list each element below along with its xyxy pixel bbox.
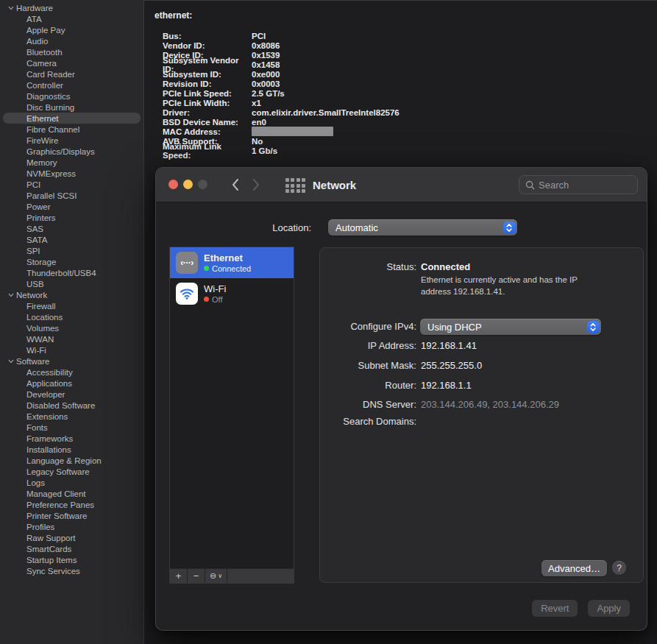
sidebar-item[interactable]: SPI [3,245,141,256]
advanced-button[interactable]: Advanced… [541,560,607,576]
revert-button[interactable]: Revert [532,600,578,617]
sidebar-item-label: Legacy Software [26,467,90,476]
sidebar-item[interactable]: WWAN [3,333,141,344]
close-button[interactable] [168,180,178,189]
sidebar-item[interactable]: Language & Region [3,455,141,466]
sidebar-item[interactable]: Disc Burning [3,102,141,113]
sidebar-item[interactable]: Hardware [3,2,141,13]
minimize-button[interactable] [183,180,193,189]
zoom-button[interactable] [198,180,207,189]
back-button[interactable] [227,176,244,194]
sidebar-item[interactable]: Fibre Channel [3,124,141,135]
sidebar-item[interactable]: Profiles [3,521,141,532]
ethernet-icon: ‹···› [176,252,198,274]
sidebar-item-label: Power [26,202,51,211]
sidebar-item[interactable]: Preference Panes [3,499,141,510]
sidebar-item[interactable]: Graphics/Displays [3,146,141,157]
system-info-sidebar: Hardware ATA Apple Pay Audio Bluetooth [0,0,143,644]
sidebar-item[interactable]: Managed Client [3,488,141,499]
sidebar-item[interactable]: Controller [3,79,141,91]
sidebar-item[interactable]: NVMExpress [3,168,141,179]
connection-name: Wi-Fi [204,284,226,294]
info-row-value: PCI [252,32,266,40]
sidebar-item[interactable]: Memory [3,157,141,168]
redacted-value-box [252,127,333,136]
sidebar-item[interactable]: SmartCards [3,543,141,554]
sidebar-item[interactable]: Locations [3,311,141,322]
configure-ipv4-popup[interactable]: Using DHCP [420,319,601,335]
sidebar-item-label: Installations [26,445,71,454]
connection-row-wifi[interactable]: Wi-Fi Off [170,278,294,309]
sidebar-item[interactable]: Thunderbolt/USB4 [3,267,141,278]
sidebar-item[interactable]: Bluetooth [3,46,141,57]
sidebar-item[interactable]: Fonts [3,422,141,433]
add-connection-button[interactable]: + [170,569,188,583]
sidebar-item-label: Logs [26,478,45,487]
search-field[interactable] [519,175,638,194]
sidebar-item[interactable]: Software [3,355,141,367]
sidebar-item[interactable]: Apple Pay [3,24,141,35]
sidebar-item[interactable]: ATA [3,13,141,24]
sidebar-item[interactable]: Audio [3,35,141,46]
sidebar-item[interactable]: Developer [3,389,141,400]
sidebar-item-label: Apple Pay [26,26,65,35]
configure-ipv4-value: Using DHCP [427,322,482,333]
sidebar-item[interactable]: Volumes [3,322,141,333]
search-input[interactable] [539,180,631,191]
sidebar-item[interactable]: Firewall [3,300,141,311]
info-row-label: Vendor ID: [163,41,252,50]
sidebar-item[interactable]: Frameworks [3,433,141,444]
sidebar-item[interactable]: Camera [3,57,141,68]
sidebar-item[interactable]: Disabled Software [3,400,141,411]
sidebar-item[interactable]: SAS [3,223,141,234]
sidebar-item[interactable]: Parallel SCSI [3,190,141,201]
titlebar[interactable]: Network [156,168,647,202]
sidebar-item[interactable]: Sync Services [3,565,141,576]
sidebar-item[interactable]: Printer Software [3,510,141,521]
info-row-label: PCIe Link Width: [163,99,252,107]
sidebar-item-label: Camera [26,59,57,68]
info-row-label: Revision ID: [163,79,252,88]
sidebar-item[interactable]: Diagnostics [3,91,141,102]
chevron-down-icon: ∨ [218,573,222,579]
forward-button[interactable] [247,176,265,194]
sidebar-item[interactable]: SATA [3,234,141,245]
sidebar-item[interactable]: Accessibility [3,367,141,378]
location-popup[interactable]: Automatic [328,219,517,236]
sidebar-item[interactable]: Startup Items [3,554,141,565]
sidebar-item-label: NVMExpress [26,169,76,178]
search-domains-label: Search Domains: [320,416,416,427]
sidebar-item[interactable]: Power [3,201,141,212]
sidebar-item-label: Diagnostics [26,92,70,101]
remove-connection-button[interactable]: − [188,569,205,583]
chevron-down-icon [6,358,16,364]
sidebar-list: Hardware ATA Apple Pay Audio Bluetooth [0,2,143,576]
sidebar-item[interactable]: Installations [3,444,141,455]
sidebar-item-label: SAS [26,224,43,233]
connection-row-ethernet[interactable]: ‹···› Ethernet Connected [170,247,294,278]
info-row-value: 0x8086 [252,41,280,50]
sidebar-item[interactable]: Extensions [3,411,141,422]
apply-button[interactable]: Apply [588,600,630,617]
sidebar-item[interactable]: Storage [3,256,141,267]
status-description: Ethernet is currently active and has the… [421,275,601,297]
sidebar-item[interactable]: PCI [3,179,141,190]
sidebar-item[interactable]: Legacy Software [3,466,141,477]
sidebar-item[interactable]: USB [3,278,141,289]
action-menu-button[interactable]: ⊖∨ [205,569,227,583]
dns-server-value: 203.144.206.49, 203.144.206.29 [421,399,559,410]
sidebar-item[interactable]: Logs [3,477,141,488]
sidebar-item[interactable]: Network [3,289,141,300]
sidebar-item[interactable]: Printers [3,212,141,223]
sidebar-item[interactable]: Ethernet [3,113,141,124]
sidebar-item[interactable]: Card Reader [3,68,141,79]
sidebar-item[interactable]: Applications [3,378,141,389]
sidebar-item-label: Startup Items [26,556,77,565]
sidebar-item[interactable]: FireWire [3,135,141,146]
show-all-grid-icon[interactable] [285,178,305,193]
help-button[interactable]: ? [612,561,626,575]
sidebar-item-label: Controller [26,81,63,90]
sidebar-item[interactable]: Wi-Fi [3,344,141,355]
sidebar-item[interactable]: Raw Support [3,532,141,543]
sidebar-item-label: FireWire [26,136,58,145]
